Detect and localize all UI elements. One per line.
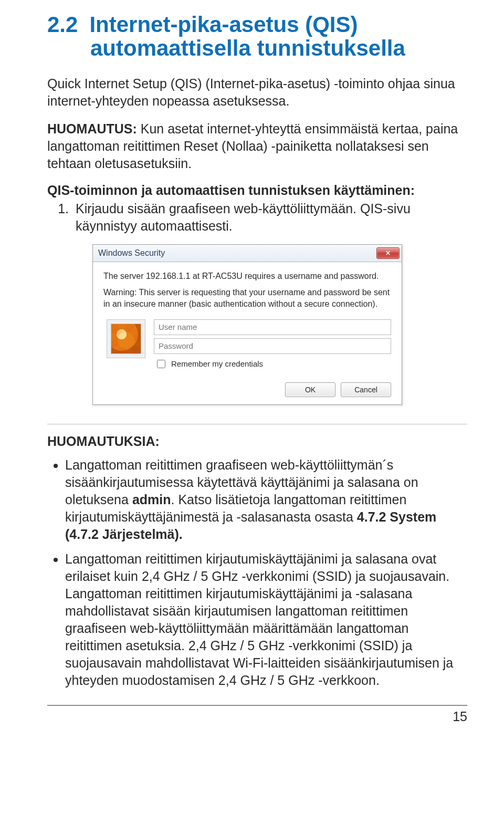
avatar [107,319,145,358]
windows-security-dialog: Windows Security ✕ The server 192.168.1.… [92,244,402,405]
steps-list: Kirjaudu sisään graafiseen web-käyttölii… [47,200,467,235]
cancel-button[interactable]: Cancel [341,382,391,397]
close-icon: ✕ [385,249,391,257]
close-button[interactable]: ✕ [376,247,400,259]
password-input[interactable] [154,338,391,354]
remember-credentials-label: Remember my credentials [154,358,391,370]
note-paragraph: HUOMAUTUS: Kun asetat internet-yhteyttä … [47,120,467,172]
separator-top [47,424,467,424]
remember-credentials-text: Remember my credentials [171,359,263,368]
dialog-title: Windows Security [98,248,165,258]
avatar-icon [111,324,141,354]
step-1: Kirjaudu sisään graafiseen web-käyttölii… [72,200,467,235]
note1-admin: admin [132,492,171,507]
notes-heading-text: HUOMAUTUKSIA [47,434,155,449]
note-item-2: Langattoman reitittimen kirjautumiskäytt… [65,550,467,689]
remember-credentials-checkbox[interactable] [157,360,165,368]
dialog-message-1: The server 192.168.1.1 at RT-AC53U requi… [103,270,391,282]
notes-list: Langattoman reitittimen graafiseen web-k… [47,456,467,689]
note-label: HUOMAUTUS: [47,121,137,136]
intro-paragraph: Quick Internet Setup (QIS) (Internet-pik… [47,75,467,110]
ok-button[interactable]: OK [285,382,335,397]
separator-bottom [47,705,467,706]
notes-heading-colon: : [155,434,160,449]
manual-page: 2.2Internet-pika-asetus (QIS) automaatti… [0,0,504,833]
steps-heading: QIS-toiminnon ja automaattisen tunnistuk… [47,183,467,198]
note-item-1: Langattoman reitittimen graafiseen web-k… [65,456,467,543]
dialog-message-2: Warning: This server is requesting that … [103,287,391,309]
section-title-line1: Internet-pika-asetus (QIS) [89,12,358,37]
page-number: 15 [47,709,467,724]
username-input[interactable] [154,319,391,335]
dialog-titlebar: Windows Security ✕ [93,245,402,262]
notes-heading: HUOMAUTUKSIA: [47,434,467,449]
section-heading: 2.2Internet-pika-asetus (QIS) automaatti… [47,13,467,60]
section-number: 2.2 [47,12,78,37]
section-title-line2: automaattisella tunnistuksella [90,36,467,60]
